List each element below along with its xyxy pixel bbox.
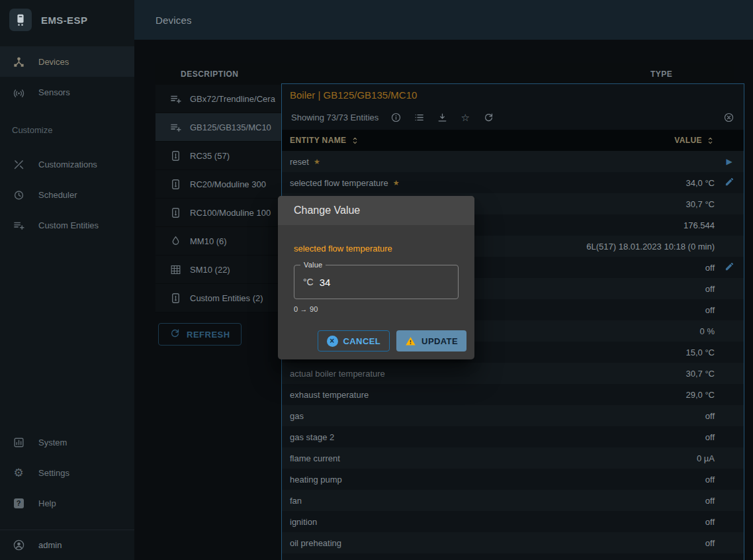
column-header-type: TYPE xyxy=(650,70,734,79)
chart-box-icon xyxy=(12,436,25,449)
playlist-add-icon xyxy=(12,218,25,232)
refresh-icon xyxy=(169,328,181,341)
value-field[interactable]: Value °C xyxy=(294,265,459,299)
entity-value: 6L(517) 18.01.2023 10:18 (0 min) xyxy=(586,242,715,252)
thermostat-icon xyxy=(167,176,183,192)
refresh-button[interactable]: REFRESH xyxy=(158,323,242,346)
warning-icon xyxy=(405,336,416,347)
entity-name-header[interactable]: ENTITY NAME xyxy=(282,136,674,145)
entity-row[interactable] xyxy=(282,553,744,560)
entity-action[interactable] xyxy=(715,177,744,189)
entity-value: 30,7 °C xyxy=(686,199,715,209)
execute-icon[interactable]: ▶ xyxy=(726,157,732,166)
entity-row[interactable]: gas off xyxy=(282,405,744,426)
sidebar-user-row[interactable]: admin xyxy=(0,530,134,560)
entity-name: fan xyxy=(290,496,302,506)
value-header[interactable]: VALUE xyxy=(674,136,715,145)
device-name: SM10 (22) xyxy=(190,265,230,275)
ems-esp-app: Devices EMS-ESP Devices Sensors C xyxy=(0,0,753,560)
entity-name: selected flow temperature xyxy=(290,178,388,188)
sidebar-item-custom-entities[interactable]: Custom Entities xyxy=(0,210,134,240)
sidebar-item-label: Custom Entities xyxy=(38,220,99,230)
device-name: GBx72/Trendline/Cera xyxy=(190,94,275,104)
entity-name: actual boiler temperature xyxy=(290,369,385,379)
entity-row[interactable]: reset ★ ▶ xyxy=(282,151,744,172)
entity-row[interactable]: gas stage 2 off xyxy=(282,426,744,447)
entity-row[interactable]: ignition off xyxy=(282,511,744,532)
devices-table-header: DESCRIPTION TYPE xyxy=(155,63,734,85)
sidebar-item-label: Help xyxy=(38,498,56,508)
entity-value: 34,0 °C xyxy=(686,178,715,188)
entity-name: gas stage 2 xyxy=(290,432,334,442)
entity-action[interactable] xyxy=(715,261,744,273)
entity-star-icon: ★ xyxy=(314,158,320,166)
entity-value: 0 % xyxy=(700,326,715,336)
entity-value: off xyxy=(705,305,715,315)
sidebar: EMS-ESP Devices Sensors Customize xyxy=(0,0,134,560)
column-header-description: DESCRIPTION xyxy=(155,70,650,79)
close-icon[interactable] xyxy=(723,112,734,124)
edit-icon[interactable] xyxy=(725,261,734,273)
entity-panel-title: Boiler | GB125/GB135/MC10 xyxy=(282,84,744,105)
device-name: MM10 (6) xyxy=(190,236,227,246)
tools-icon xyxy=(12,158,25,171)
playlist-add-icon xyxy=(167,119,183,135)
device-name: Custom Entities (2) xyxy=(190,293,263,303)
refresh-icon[interactable] xyxy=(482,112,494,124)
edit-icon[interactable] xyxy=(725,177,734,189)
change-value-dialog: Change Value selected flow temperature V… xyxy=(278,196,474,359)
entity-value: off xyxy=(705,538,715,548)
entities-count-label: Showing 73/73 Entities xyxy=(291,113,378,122)
sidebar-item-system[interactable]: System xyxy=(0,427,134,457)
entity-value: off xyxy=(705,496,715,506)
thermostat-icon xyxy=(167,205,183,220)
entity-row[interactable]: flame current 0 µA xyxy=(282,447,744,469)
unit-adornment: °C xyxy=(303,277,314,287)
sidebar-item-settings[interactable]: ⚙ Settings xyxy=(0,457,134,488)
sort-icon xyxy=(351,136,359,145)
thermostat-icon xyxy=(167,290,183,306)
entity-value: off xyxy=(705,517,715,527)
entity-row[interactable]: actual boiler temperature 30,7 °C xyxy=(282,363,744,384)
entity-row[interactable]: selected flow temperature ★ 34,0 °C xyxy=(282,172,744,193)
device-hub-icon xyxy=(12,55,25,68)
entity-row[interactable]: oil preheating off xyxy=(282,532,744,553)
value-field-label: Value xyxy=(300,261,326,269)
list-icon[interactable] xyxy=(413,112,425,124)
entity-value: 176.544 xyxy=(684,220,715,230)
dialog-title: Change Value xyxy=(278,196,474,225)
sidebar-item-customizations[interactable]: Customizations xyxy=(0,149,134,179)
sidebar-item-label: Settings xyxy=(38,468,69,478)
entity-value: off xyxy=(705,432,715,442)
entity-name: exhaust temperature xyxy=(290,390,369,400)
dialog-entity-label: selected flow temperature xyxy=(294,244,459,254)
entity-row[interactable]: heating pump off xyxy=(282,469,744,490)
entity-value: 15,0 °C xyxy=(686,348,715,357)
sidebar-item-help[interactable]: ? Help xyxy=(0,488,134,518)
entity-name: flame current xyxy=(290,453,340,463)
cancel-button[interactable]: × CANCEL xyxy=(318,330,390,351)
help-icon: ? xyxy=(12,496,25,510)
info-icon[interactable] xyxy=(390,112,402,124)
clock-icon xyxy=(12,188,25,201)
gear-icon: ⚙ xyxy=(12,466,25,479)
entity-row[interactable]: exhaust temperature 29,0 °C xyxy=(282,384,744,405)
star-icon[interactable]: ☆ xyxy=(459,112,471,124)
update-button[interactable]: UPDATE xyxy=(396,330,466,351)
entity-value: off xyxy=(705,475,715,485)
sensors-icon xyxy=(12,85,25,99)
sidebar-item-sensors[interactable]: Sensors xyxy=(0,77,134,107)
device-name: RC100/Moduline 100 xyxy=(190,208,271,218)
sidebar-item-label: Scheduler xyxy=(38,190,77,200)
sidebar-item-scheduler[interactable]: Scheduler xyxy=(0,179,134,210)
sidebar-item-label: System xyxy=(38,438,67,447)
value-range-helper: 0 → 90 xyxy=(294,305,459,313)
entity-value: 0 µA xyxy=(697,453,715,463)
sidebar-item-devices[interactable]: Devices xyxy=(0,46,134,77)
page-title: Devices xyxy=(155,15,192,26)
entity-value: off xyxy=(705,411,715,421)
entity-row[interactable]: fan off xyxy=(282,490,744,511)
value-input[interactable] xyxy=(320,277,449,288)
entity-action[interactable]: ▶ xyxy=(715,157,744,166)
download-icon[interactable] xyxy=(436,112,448,124)
